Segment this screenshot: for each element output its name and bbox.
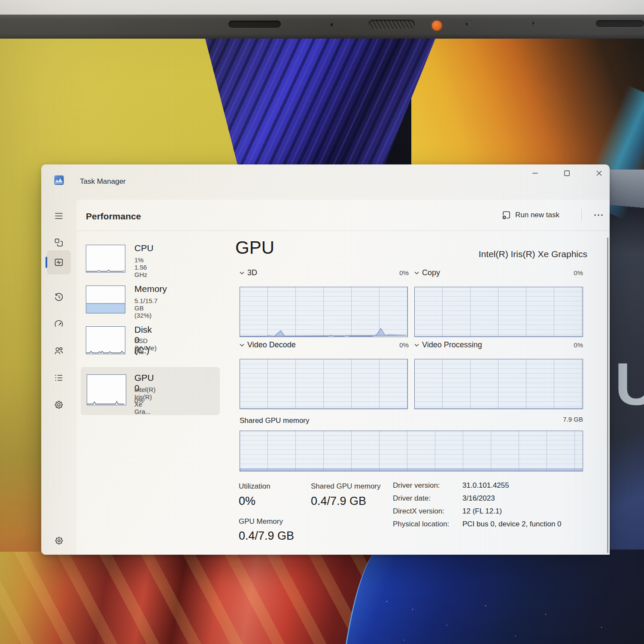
engine-chart-video-processing	[414, 359, 583, 409]
sidebar-item-startup-apps[interactable]	[50, 316, 67, 333]
laptop-top-bezel	[0, 15, 644, 40]
vertical-scrollbar[interactable]	[607, 237, 608, 553]
laptop-screen: US Task Manager	[0, 39, 644, 644]
directx-version-value: 12 (FL 12.1)	[462, 507, 502, 516]
microphone-hole	[466, 23, 468, 25]
bezel-vent-slot-right	[596, 20, 644, 27]
engine-copy-value: 0%	[564, 269, 583, 276]
engine-video-decode-value: 0%	[390, 341, 409, 349]
header-divider	[581, 209, 582, 221]
memory-stats: 5.1/15.7 GB (32%)	[134, 297, 158, 319]
engine-3d-value: 0%	[390, 269, 409, 276]
background-wall	[0, 0, 644, 15]
wallpaper-red-rays	[0, 552, 374, 644]
wallpaper-blue-sphere	[340, 550, 644, 644]
shared-gpu-memory-chart-label: Shared GPU memory	[240, 416, 310, 425]
divider	[76, 231, 610, 231]
content-panel: Performance Run new task CPU	[76, 200, 610, 555]
memory-label: Memory	[134, 284, 167, 294]
sidebar-item-processes[interactable]	[50, 234, 67, 251]
engine-chart-3d	[240, 287, 408, 337]
shared-memory-stat-value: 0.4/7.9 GB	[311, 495, 366, 508]
engine-selector-copy[interactable]: Copy	[414, 268, 440, 277]
engine-selector-video-processing[interactable]: Video Processing	[414, 340, 482, 349]
run-new-task-icon	[501, 210, 511, 220]
chevron-down-icon	[240, 343, 244, 347]
chevron-down-icon	[414, 343, 419, 347]
cpu-label: CPU	[134, 243, 153, 253]
driver-version-label: Driver version:	[393, 481, 440, 490]
sidebar-item-details[interactable]	[50, 369, 67, 386]
sidebar-item-performance[interactable]	[50, 254, 67, 271]
engine-selector-3d[interactable]: 3D	[240, 268, 257, 277]
maximize-button[interactable]	[557, 165, 577, 181]
task-manager-window: Task Manager	[41, 164, 610, 555]
wallpaper-speckles	[386, 601, 387, 602]
cpu-stats: 1% 1.56 GHz	[134, 256, 147, 278]
disk-mini-chart	[86, 326, 125, 354]
driver-date-label: Driver date:	[393, 494, 431, 503]
physical-location-value: PCI bus 0, device 2, function 0	[462, 520, 562, 529]
sensor-hole	[532, 22, 534, 24]
directx-version-label: DirectX version:	[393, 507, 444, 516]
sidebar-item-users[interactable]	[50, 342, 67, 359]
driver-version-value: 31.0.101.4255	[462, 481, 509, 490]
microphone-hole	[331, 23, 333, 26]
sidebar-item-services[interactable]	[50, 396, 67, 413]
disk-usage: 0%	[134, 348, 144, 355]
driver-date-value: 3/16/2023	[462, 494, 495, 503]
shared-gpu-memory-max: 7.9 GB	[540, 416, 583, 423]
shared-memory-stat-label: Shared GPU memory	[311, 482, 381, 491]
bezel-vent-slot-left	[228, 21, 281, 28]
gpu-memory-stat-value: 0.4/7.9 GB	[239, 529, 294, 543]
memory-usage-fill	[86, 303, 125, 313]
gpu-mini-chart	[87, 374, 126, 405]
selected-item-accent-pill	[46, 257, 47, 268]
gpu-memory-stat-label: GPU Memory	[239, 517, 283, 526]
memory-mini-chart	[86, 286, 125, 313]
window-title: Task Manager	[80, 177, 126, 186]
run-new-task-button[interactable]: Run new task	[501, 207, 559, 224]
more-options-button[interactable]	[590, 209, 607, 221]
minimize-button[interactable]	[525, 165, 545, 181]
menu-icon[interactable]	[50, 207, 67, 225]
engine-chart-video-decode	[240, 359, 408, 409]
engine-chart-copy	[414, 287, 583, 337]
cpu-mini-chart	[86, 245, 125, 273]
gpu-device-name: Intel(R) Iris(R) Xe Graphics	[373, 249, 587, 259]
webcam-privacy-shutter	[368, 20, 415, 29]
settings-gear-icon[interactable]	[50, 532, 67, 549]
physical-location-label: Physical location:	[393, 520, 449, 529]
utilization-label: Utilization	[239, 482, 270, 491]
gpu-pane-title: GPU	[235, 237, 274, 258]
engine-selector-video-decode[interactable]: Video Decode	[240, 340, 296, 349]
chevron-down-icon	[414, 271, 419, 275]
sidebar-item-app-history[interactable]	[50, 289, 67, 306]
run-new-task-label: Run new task	[515, 211, 559, 219]
page-title: Performance	[86, 211, 141, 222]
engine-video-processing-value: 0%	[564, 341, 583, 349]
gpu-usage: 0%	[134, 397, 144, 404]
asus-logo-fragment: US	[615, 354, 644, 414]
close-button[interactable]	[589, 165, 609, 181]
shared-gpu-memory-chart	[240, 431, 583, 471]
utilization-value: 0%	[239, 495, 255, 508]
chevron-down-icon	[240, 271, 244, 275]
navigation-rail	[41, 164, 76, 555]
webcam-indicator-dot	[432, 21, 442, 30]
